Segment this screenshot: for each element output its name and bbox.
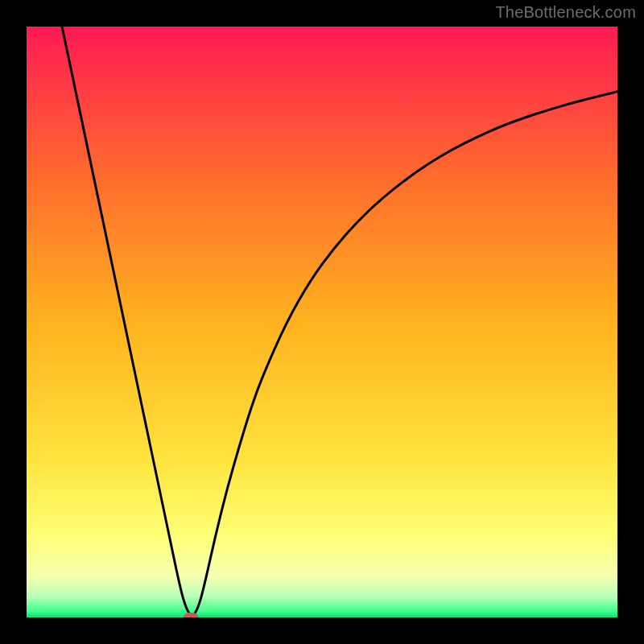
chart-svg: [27, 27, 617, 617]
watermark-text: TheBottleneck.com: [495, 3, 636, 22]
chart-frame: TheBottleneck.com: [0, 0, 644, 644]
minimum-marker: [184, 613, 198, 617]
plot-area: [27, 27, 617, 617]
